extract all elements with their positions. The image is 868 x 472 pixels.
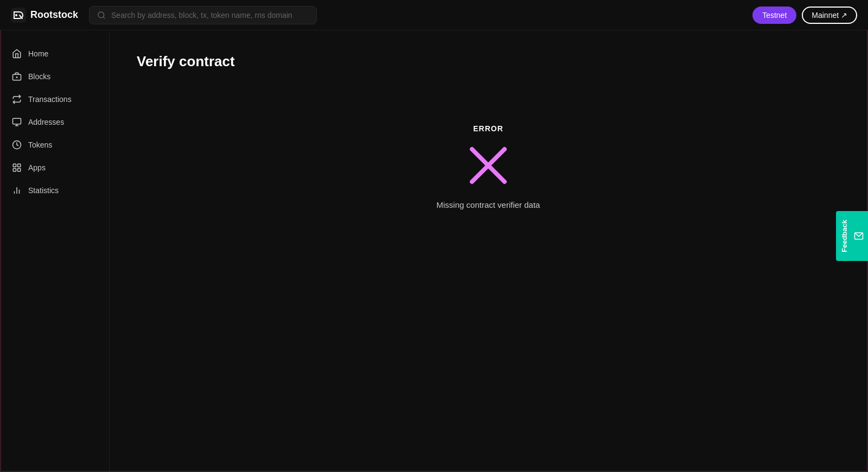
search-bar[interactable] xyxy=(89,6,317,24)
addresses-icon xyxy=(12,117,22,127)
error-message: Missing contract verifier data xyxy=(437,200,540,209)
logo-icon xyxy=(11,8,26,23)
layout: Home Blocks Transactions xyxy=(1,31,867,472)
feedback-tab[interactable]: Feedback xyxy=(836,211,868,261)
logo[interactable]: Rootstock xyxy=(11,8,78,23)
svg-point-1 xyxy=(15,14,17,16)
search-input[interactable] xyxy=(111,11,309,20)
svg-point-2 xyxy=(98,12,104,18)
svg-rect-10 xyxy=(18,164,21,167)
sidebar-label-blocks: Blocks xyxy=(28,72,50,81)
svg-rect-11 xyxy=(13,169,16,171)
sidebar-label-statistics: Statistics xyxy=(28,186,59,195)
page-title: Verify contract xyxy=(137,53,840,70)
tokens-icon xyxy=(12,140,22,150)
testnet-button[interactable]: Testnet xyxy=(752,7,796,24)
search-icon xyxy=(97,11,106,20)
sidebar-label-tokens: Tokens xyxy=(28,141,52,149)
svg-rect-7 xyxy=(13,118,21,124)
svg-line-3 xyxy=(103,17,105,18)
error-x-icon xyxy=(467,144,510,187)
main-content: Verify contract ERROR Missing contract v… xyxy=(110,31,867,472)
feedback-label: Feedback xyxy=(840,220,848,252)
sidebar-item-apps[interactable]: Apps xyxy=(1,156,109,179)
sidebar-item-home[interactable]: Home xyxy=(1,42,109,65)
transactions-icon xyxy=(12,94,22,104)
mainnet-button[interactable]: Mainnet ↗ xyxy=(802,7,857,24)
header-right: Testnet Mainnet ↗ xyxy=(752,7,857,24)
envelope-icon xyxy=(854,231,864,241)
sidebar-item-blocks[interactable]: Blocks xyxy=(1,65,109,88)
error-container: ERROR Missing contract verifier data xyxy=(137,92,840,209)
sidebar-item-tokens[interactable]: Tokens xyxy=(1,133,109,156)
header-left: Rootstock xyxy=(11,6,317,24)
sidebar-label-home: Home xyxy=(28,49,48,58)
error-label: ERROR xyxy=(473,124,503,133)
statistics-icon xyxy=(12,186,22,195)
apps-icon xyxy=(12,163,22,173)
logo-text: Rootstock xyxy=(30,9,78,21)
home-icon xyxy=(12,49,22,59)
svg-rect-9 xyxy=(13,164,16,167)
sidebar-item-statistics[interactable]: Statistics xyxy=(1,179,109,202)
blocks-icon xyxy=(12,72,22,81)
sidebar: Home Blocks Transactions xyxy=(1,31,110,472)
sidebar-item-addresses[interactable]: Addresses xyxy=(1,111,109,133)
svg-rect-0 xyxy=(11,8,26,23)
sidebar-label-apps: Apps xyxy=(28,163,46,172)
header: Rootstock Testnet Mainnet ↗ xyxy=(0,0,868,30)
sidebar-label-transactions: Transactions xyxy=(28,95,72,104)
sidebar-item-transactions[interactable]: Transactions xyxy=(1,88,109,111)
sidebar-label-addresses: Addresses xyxy=(28,118,64,126)
svg-rect-12 xyxy=(18,169,21,171)
